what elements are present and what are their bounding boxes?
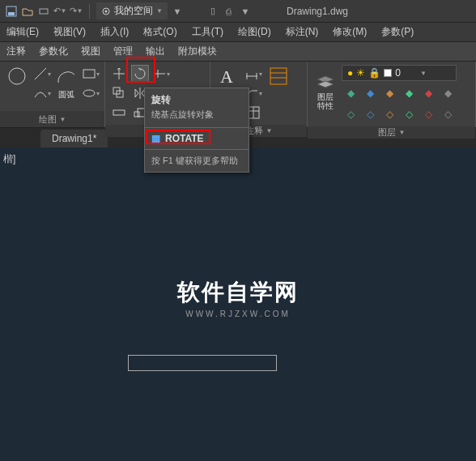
menu-format[interactable]: 格式(O): [143, 25, 176, 39]
share-icon[interactable]: ⎙: [223, 5, 236, 18]
menu-draw[interactable]: 绘图(D): [238, 25, 271, 39]
menu-modify[interactable]: 修改(M): [333, 25, 367, 39]
tab-addins[interactable]: 附加模块: [178, 45, 217, 58]
svg-rect-25: [270, 68, 287, 84]
workspace-dropdown[interactable]: 我的空间 ▼: [96, 2, 168, 19]
titlebar: ↶▼ ↷▼ 我的空间 ▼ ▼ ▯ ⎙ ▼ Drawing1.dwg: [0, 0, 476, 23]
watermark: 软件自学网 WWW.RJZXW.COM: [177, 277, 299, 318]
hatch-tool[interactable]: [266, 65, 291, 104]
svg-rect-12: [134, 112, 139, 117]
chevron-down-icon: ▼: [420, 70, 427, 77]
svg-rect-1: [8, 12, 15, 15]
highlight-rotate-button: [126, 57, 155, 83]
menu-tools[interactable]: 工具(T): [192, 25, 223, 39]
svg-rect-11: [113, 110, 125, 115]
tab-annotate[interactable]: 注释: [6, 45, 26, 58]
panel-layers-footer[interactable]: 图层 ▼: [308, 126, 475, 139]
workspace-label: 我的空间: [114, 4, 153, 18]
lightbulb-icon: ●: [347, 67, 353, 79]
watermark-main: 软件自学网: [177, 277, 299, 308]
gear-icon: [101, 6, 111, 16]
qat-customize-icon[interactable]: ▼: [171, 5, 184, 18]
layer-tool-6[interactable]: ◇: [439, 105, 457, 123]
stretch-tool[interactable]: [110, 104, 128, 122]
layer-state-6[interactable]: ◆: [439, 84, 457, 102]
layer-name: 0: [395, 67, 401, 79]
menu-dimension[interactable]: 标注(N): [286, 25, 319, 39]
layer-state-2[interactable]: ◆: [361, 84, 379, 102]
arc-label: 圆弧: [58, 89, 74, 100]
qat-more-icon[interactable]: ▼: [239, 5, 252, 18]
drawing-canvas[interactable]: 楷] 软件自学网 WWW.RJZXW.COM: [0, 147, 476, 455]
layer-state-5[interactable]: ◆: [419, 84, 437, 102]
highlight-rotate-command: [146, 130, 210, 144]
sun-icon: ☀: [356, 67, 365, 79]
status-text: 楷]: [3, 152, 15, 166]
ellipse-tool[interactable]: ▾: [82, 84, 100, 102]
document-title: Drawing1.dwg: [287, 6, 348, 17]
redo-icon[interactable]: ↷▼: [70, 5, 83, 18]
watermark-sub: WWW.RJZXW.COM: [177, 309, 299, 318]
layer-tool-2[interactable]: ◇: [361, 105, 379, 123]
rectangle-object[interactable]: [128, 355, 277, 371]
device-icon[interactable]: ▯: [206, 5, 219, 18]
tooltip-help: 按 F1 键获得更多帮助: [145, 150, 249, 172]
move-tool[interactable]: [110, 65, 128, 83]
svg-rect-7: [83, 70, 95, 78]
menubar: 编辑(E) 视图(V) 插入(I) 格式(O) 工具(T) 绘图(D) 标注(N…: [0, 23, 476, 42]
copy-tool[interactable]: [110, 84, 128, 102]
separator: [89, 4, 90, 19]
layer-tool-1[interactable]: ◇: [342, 105, 359, 123]
svg-text:A: A: [220, 66, 233, 87]
layer-properties-button[interactable]: 图层 特性: [312, 75, 338, 113]
menu-parametric[interactable]: 参数(P): [381, 25, 414, 39]
svg-point-8: [83, 90, 95, 96]
file-tab-active[interactable]: Drawing1*: [40, 130, 108, 147]
layer-state-4[interactable]: ◆: [400, 84, 418, 102]
svg-point-5: [9, 68, 25, 84]
tooltip-description: 绕基点旋转对象: [145, 109, 249, 127]
tooltip-title: 旋转: [145, 88, 249, 109]
layer-dropdown[interactable]: ● ☀ 🔒 0 ▼: [342, 65, 457, 81]
layer-tool-3[interactable]: ◇: [380, 105, 398, 123]
tab-parametric[interactable]: 参数化: [39, 45, 68, 58]
line-tool[interactable]: ▾: [33, 65, 51, 83]
chevron-down-icon: ▼: [156, 7, 163, 15]
panel-draw: ▾ ▾ 圆弧 ▾ ▾ 绘图 ▼: [0, 62, 105, 127]
circle-tool[interactable]: [5, 65, 30, 104]
dimension-tool[interactable]: ▾: [244, 65, 262, 83]
undo-icon[interactable]: ↶▼: [53, 5, 66, 18]
layer-color-swatch: [384, 69, 392, 77]
ribbon-tabs: 注释 参数化 视图 管理 输出 附加模块: [0, 42, 476, 62]
plot-icon[interactable]: [37, 5, 50, 18]
arc-tool[interactable]: 圆弧: [54, 65, 79, 104]
spline-tool[interactable]: ▾: [33, 84, 51, 102]
rect-tool[interactable]: ▾: [82, 65, 100, 83]
layer-properties-label: 图层 特性: [317, 92, 334, 110]
menu-insert[interactable]: 插入(I): [100, 25, 129, 39]
panel-draw-footer[interactable]: 绘图 ▼: [0, 111, 104, 127]
svg-point-4: [105, 10, 108, 12]
layer-tool-5[interactable]: ◇: [419, 105, 437, 123]
layer-state-1[interactable]: ◆: [342, 84, 359, 102]
tab-view[interactable]: 视图: [81, 45, 100, 58]
svg-rect-2: [40, 9, 48, 14]
save-icon[interactable]: [5, 5, 18, 18]
layer-state-3[interactable]: ◆: [380, 84, 398, 102]
lock-icon: 🔒: [368, 67, 380, 79]
open-icon[interactable]: [21, 5, 34, 18]
layer-tool-4[interactable]: ◇: [400, 105, 418, 123]
menu-edit[interactable]: 编辑(E): [6, 25, 39, 39]
svg-line-6: [35, 68, 46, 79]
menu-view[interactable]: 视图(V): [53, 25, 86, 39]
panel-layers: 图层 特性 ● ☀ 🔒 0 ▼ ◆ ◆ ◆ ◆ ◆ ◆: [308, 62, 476, 127]
